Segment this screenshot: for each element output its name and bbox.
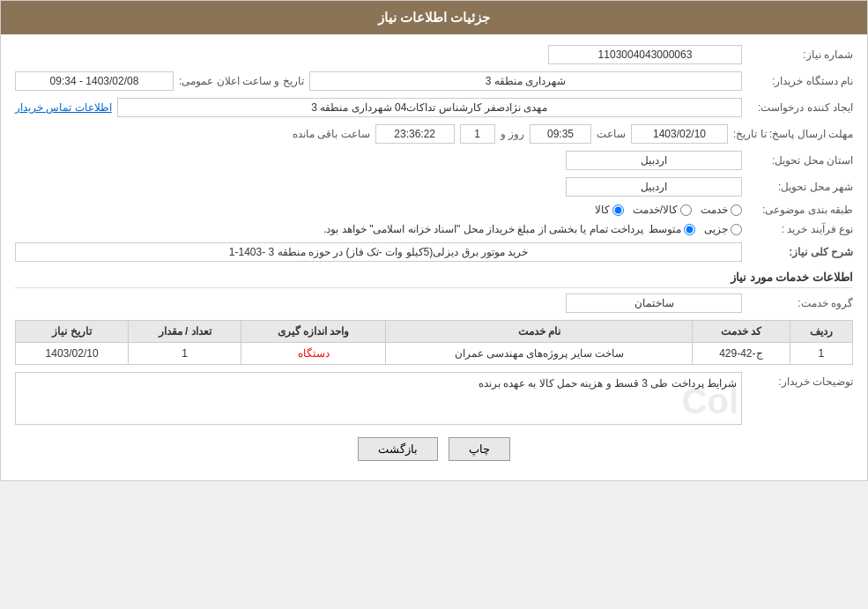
process-label: نوع فرآیند خرید : — [747, 223, 853, 235]
col-header-qty: تعداد / مقدار — [129, 321, 241, 343]
group-service-value: ساختمان — [566, 293, 742, 313]
radio-medium[interactable] — [684, 224, 695, 235]
service-table: ردیف کد خدمت نام خدمت واحد اندازه گیری ت… — [15, 320, 853, 365]
narration-value: خرید موتور برق دیزلی(5کیلو وات -تک فاز) … — [15, 242, 742, 262]
buyer-desc-label: توضیحات خریدار: — [747, 375, 853, 388]
buyer-org-row: نام دستگاه خریدار: شهرداری منطقه 3 تاریخ… — [15, 71, 853, 91]
group-service-row: گروه خدمت: ساختمان — [15, 293, 853, 313]
narration-label: شرح کلی نیاز: — [747, 246, 853, 258]
announcement-value: 1403/02/08 - 09:34 — [15, 71, 174, 91]
time-remaining: 23:36:22 — [375, 124, 455, 144]
radio-partial[interactable] — [731, 224, 742, 235]
cell-row-num: 1 — [790, 343, 852, 365]
cell-unit: دستگاه — [241, 343, 386, 365]
buyer-desc-row: توضیحات خریدار: شرایط پرداخت طی 3 قسط و … — [15, 372, 853, 425]
radio-goods-label: کالا — [595, 204, 610, 216]
category-label: طبقه بندی موضوعی: — [747, 204, 853, 216]
process-note: پرداخت تمام یا بخشی از مبلغ خریداز محل "… — [323, 223, 643, 235]
process-option-medium: متوسط — [649, 223, 695, 235]
process-option-partial: جزیی — [704, 223, 742, 235]
radio-goods-service-label: کالا/خدمت — [633, 204, 678, 216]
cell-service-code: ج-42-429 — [693, 343, 790, 365]
page-header: جزئیات اطلاعات نیاز — [1, 1, 867, 34]
category-radio-group: خدمت کالا/خدمت کالا — [595, 204, 742, 216]
service-table-container: ردیف کد خدمت نام خدمت واحد اندازه گیری ت… — [15, 320, 853, 365]
process-radio-group: جزیی متوسط — [649, 223, 742, 235]
send-time: 09:35 — [530, 124, 591, 144]
col-header-name: نام خدمت — [386, 321, 693, 343]
back-button[interactable]: بازگشت — [358, 437, 438, 461]
print-button[interactable]: چاپ — [449, 437, 510, 461]
radio-service-label: خدمت — [701, 204, 728, 216]
service-info-title: اطلاعات خدمات مورد نیاز — [15, 271, 853, 288]
contact-link[interactable]: اطلاعات تماس خریدار — [15, 101, 112, 114]
province-label: استان محل تحویل: — [747, 154, 853, 167]
send-deadline-label: مهلت ارسال پاسخ: تا تاریخ: — [733, 128, 853, 140]
col-header-date: تاریخ نیاز — [16, 321, 129, 343]
city-label: شهر محل تحویل: — [747, 181, 853, 193]
radio-medium-label: متوسط — [649, 223, 681, 235]
col-header-row: ردیف — [790, 321, 852, 343]
buyer-desc-value: شرایط پرداخت طی 3 قسط و هزینه حمل کالا ب… — [15, 372, 742, 425]
request-number-label: شماره نیاز: — [747, 48, 853, 61]
page-title: جزئیات اطلاعات نیاز — [378, 10, 490, 25]
button-row: چاپ بازگشت — [15, 437, 853, 461]
category-row: طبقه بندی موضوعی: خدمت کالا/خدمت کالا — [15, 204, 853, 216]
send-time-label: ساعت — [597, 128, 626, 140]
province-row: استان محل تحویل: اردبیل — [15, 151, 853, 170]
radio-service[interactable] — [731, 204, 742, 216]
group-service-label: گروه خدمت: — [747, 297, 853, 309]
city-row: شهر محل تحویل: اردبیل — [15, 177, 853, 197]
days-label: روز و — [501, 128, 524, 140]
buyer-org-value: شهرداری منطقه 3 — [309, 71, 742, 91]
city-value: اردبیل — [566, 177, 742, 197]
category-option-goods: کالا — [595, 204, 624, 216]
request-number-value: 1103004043000063 — [548, 45, 742, 64]
radio-goods[interactable] — [612, 204, 624, 216]
buyer-org-label: نام دستگاه خریدار: — [747, 75, 853, 87]
send-date: 1403/02/10 — [631, 124, 728, 144]
radio-partial-label: جزیی — [704, 223, 728, 235]
cell-date: 1403/02/10 — [16, 343, 129, 365]
category-option-service: خدمت — [701, 204, 742, 216]
col-header-unit: واحد اندازه گیری — [241, 321, 386, 343]
cell-quantity: 1 — [129, 343, 241, 365]
cell-service-name: ساخت سایر پروژه‌های مهندسی عمران — [386, 343, 693, 365]
process-row: نوع فرآیند خرید : جزیی متوسط پرداخت تمام… — [15, 223, 853, 235]
table-row: 1 ج-42-429 ساخت سایر پروژه‌های مهندسی عم… — [16, 343, 853, 365]
radio-goods-service[interactable] — [680, 204, 692, 216]
creator-value: مهدی نژادصفر کارشناس تداکات04 شهرداری من… — [117, 98, 742, 117]
request-number-row: شماره نیاز: 1103004043000063 — [15, 45, 853, 64]
col-header-code: کد خدمت — [693, 321, 790, 343]
category-option-goods-service: کالا/خدمت — [633, 204, 692, 216]
send-deadline-row: مهلت ارسال پاسخ: تا تاریخ: 1403/02/10 سا… — [15, 124, 853, 144]
content-area: شماره نیاز: 1103004043000063 نام دستگاه … — [1, 34, 867, 480]
creator-label: ایجاد کننده درخواست: — [747, 101, 853, 114]
page-container: جزئیات اطلاعات نیاز شماره نیاز: 11030040… — [0, 0, 868, 481]
narration-row: شرح کلی نیاز: خرید موتور برق دیزلی(5کیلو… — [15, 242, 853, 262]
days-value: 1 — [460, 124, 495, 144]
time-remaining-suffix: ساعت باقی مانده — [293, 128, 370, 140]
announcement-label: تاریخ و ساعت اعلان عمومی: — [179, 75, 304, 87]
creator-row: ایجاد کننده درخواست: مهدی نژادصفر کارشنا… — [15, 98, 853, 117]
province-value: اردبیل — [566, 151, 742, 170]
